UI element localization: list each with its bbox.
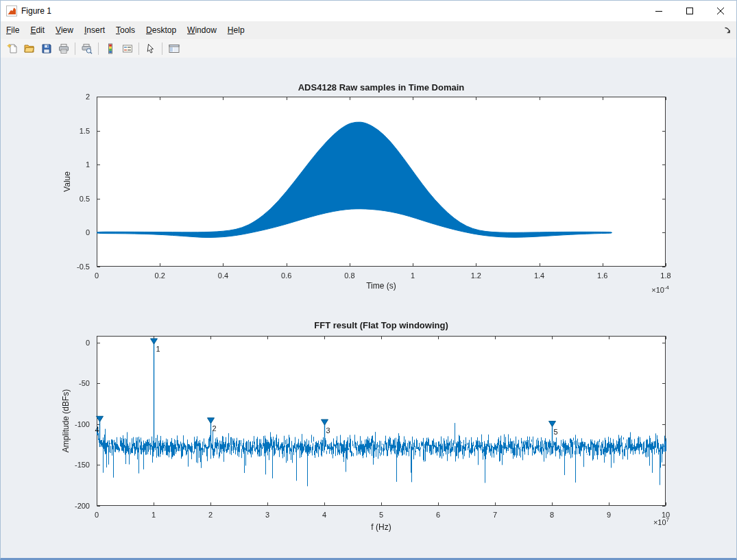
- figure-window: Figure 1 FileEditViewInsertToolsDesktopW…: [0, 0, 737, 560]
- print-preview-icon: [82, 43, 93, 54]
- print-preview-button[interactable]: [79, 40, 95, 56]
- edit-plot-button[interactable]: [143, 40, 158, 56]
- figure-toolbar: [1, 39, 736, 58]
- insert-colorbar-button[interactable]: [102, 40, 118, 56]
- toolbar-separator: [75, 42, 75, 55]
- fft-plot-ylabel: Amplitude (dBFs): [61, 389, 71, 453]
- insert-colorbar-icon: [105, 43, 116, 54]
- window-controls: [644, 1, 736, 21]
- minimize-icon: [655, 8, 663, 15]
- menu-help[interactable]: Help: [222, 21, 250, 39]
- figure-area: ADS4128 Raw samples in Time Domain Time …: [1, 58, 736, 558]
- menu-view[interactable]: View: [50, 21, 79, 39]
- menu-window[interactable]: Window: [182, 21, 222, 39]
- matlab-figure-icon: [6, 5, 17, 16]
- plots-canvas: [1, 58, 737, 558]
- menu-edit[interactable]: Edit: [25, 21, 50, 39]
- open-file-icon: [24, 43, 35, 54]
- exponent-power: 7: [666, 517, 669, 523]
- menu-desktop[interactable]: Desktop: [141, 21, 182, 39]
- fft-plot-title: FFT result (Flat Top windowing): [97, 320, 666, 330]
- time-plot-x-exponent: ×10-4: [577, 284, 669, 294]
- maximize-icon: [686, 8, 694, 15]
- time-plot-ylabel: Value: [62, 171, 72, 192]
- menu-tools[interactable]: Tools: [110, 21, 141, 39]
- maximize-button[interactable]: [675, 1, 705, 21]
- new-figure-icon: [7, 43, 18, 54]
- save-figure-button[interactable]: [38, 40, 54, 56]
- menu-file[interactable]: File: [1, 21, 25, 39]
- menu-items: FileEditViewInsertToolsDesktopWindowHelp: [1, 21, 250, 39]
- print-figure-button[interactable]: [56, 40, 71, 56]
- close-button[interactable]: [705, 1, 736, 21]
- minimize-button[interactable]: [644, 1, 675, 21]
- exponent-base: ×10: [653, 518, 666, 526]
- exponent-power: -4: [664, 284, 669, 291]
- dock-figure-arrow[interactable]: [723, 26, 732, 34]
- toolbar-separator: [162, 42, 162, 55]
- window-title: Figure 1: [21, 6, 51, 16]
- save-figure-icon: [41, 43, 52, 54]
- open-file-button[interactable]: [21, 40, 37, 56]
- dock-arrow-icon: [723, 26, 732, 34]
- show-plot-tools-button[interactable]: [166, 40, 182, 56]
- toolbar-separator: [98, 42, 99, 55]
- fft-plot-x-exponent: ×107: [577, 517, 669, 526]
- exponent-base: ×10: [651, 286, 664, 294]
- menu-insert[interactable]: Insert: [79, 21, 110, 39]
- titlebar[interactable]: Figure 1: [1, 1, 736, 21]
- insert-legend-icon: [122, 43, 133, 54]
- edit-plot-arrow-icon: [145, 43, 156, 54]
- menubar: FileEditViewInsertToolsDesktopWindowHelp: [1, 21, 736, 39]
- show-plot-tools-icon: [169, 43, 180, 54]
- close-icon: [717, 8, 725, 15]
- new-figure-button[interactable]: [4, 40, 20, 56]
- insert-legend-button[interactable]: [119, 40, 135, 56]
- toolbar-separator: [138, 42, 139, 55]
- time-plot-title: ADS4128 Raw samples in Time Domain: [97, 82, 666, 93]
- print-figure-icon: [58, 43, 69, 54]
